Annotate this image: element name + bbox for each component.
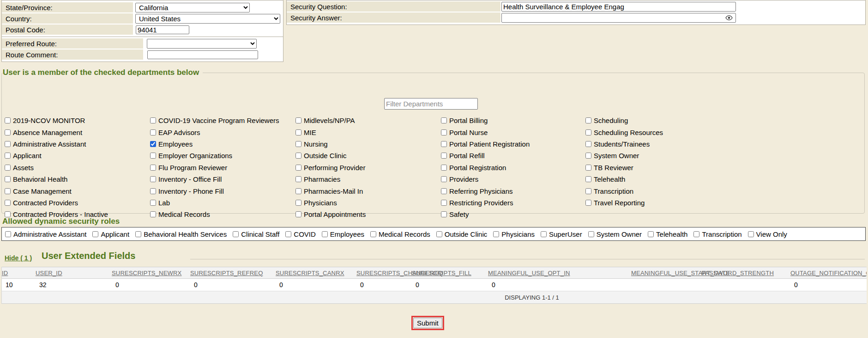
security-role-item[interactable]: COVID [285,230,316,238]
column-header[interactable]: OUTAGE_NOTIFICATION_OPTIN [790,267,867,279]
department-item[interactable]: Lab [150,197,294,209]
department-item[interactable]: Safety [441,209,585,220]
department-item[interactable]: Providers [441,173,585,185]
security-role-checkbox[interactable] [5,231,11,237]
department-checkbox[interactable] [5,200,11,206]
security-role-item[interactable]: System Owner [588,230,642,238]
route-comment-input[interactable] [147,50,258,59]
department-checkbox[interactable] [585,200,591,206]
department-checkbox[interactable] [150,141,156,147]
security-role-item[interactable]: Applicant [92,230,129,238]
security-role-checkbox[interactable] [748,231,754,237]
department-item[interactable]: Physicians [295,197,440,209]
security-role-item[interactable]: Outside Clinic [436,230,488,238]
department-checkbox[interactable] [150,153,156,159]
preferred-route-select[interactable] [147,39,257,49]
column-header[interactable]: MEANINGFUL_USE_OPT_IN [488,267,631,279]
department-item[interactable]: Absence Management [5,126,149,138]
department-checkbox[interactable] [150,165,156,171]
department-item[interactable]: Portal Billing [441,115,585,126]
department-item[interactable]: Employees [150,138,294,150]
department-checkbox[interactable] [441,165,447,171]
department-item[interactable]: Case Management [5,185,149,197]
security-role-checkbox[interactable] [693,231,699,237]
department-item[interactable]: Contracted Providers [5,197,149,209]
security-role-checkbox[interactable] [541,231,547,237]
department-item[interactable]: Telehealth [585,173,729,185]
column-header[interactable]: USER_ID [36,267,112,279]
security-role-item[interactable]: Physicians [493,230,535,238]
security-role-item[interactable]: SuperUser [541,230,582,238]
security-role-item[interactable]: Behavioral Health Services [135,230,227,238]
department-item[interactable]: TB Reviewer [585,162,729,173]
department-checkbox[interactable] [150,188,156,194]
column-header[interactable]: MEANINGFUL_USE_START_DATE [631,267,701,279]
column-header[interactable]: SURESCRIPTS_CHANGEREQ [356,267,412,279]
security-role-checkbox[interactable] [233,231,239,237]
department-item[interactable]: Portal Refill [441,150,585,161]
department-checkbox[interactable] [295,141,301,147]
department-checkbox[interactable] [585,165,591,171]
department-checkbox[interactable] [150,129,156,135]
department-item[interactable]: Transcription [585,185,729,197]
security-role-item[interactable]: Administrative Assistant [5,230,86,238]
department-checkbox[interactable] [585,188,591,194]
security-role-checkbox[interactable] [648,231,654,237]
security-role-checkbox[interactable] [493,231,499,237]
column-header[interactable]: SURESCRIPTS_NEWRX [112,267,190,279]
security-answer-input[interactable] [501,13,736,23]
department-checkbox[interactable] [295,176,301,182]
department-checkbox[interactable] [150,117,156,123]
department-item[interactable]: Portal Nurse [441,126,585,138]
department-checkbox[interactable] [585,176,591,182]
department-checkbox[interactable] [150,211,156,217]
department-checkbox[interactable] [295,188,301,194]
department-item[interactable]: Nursing [295,138,440,150]
department-checkbox[interactable] [295,165,301,171]
department-item[interactable]: Referring Physicians [441,185,585,197]
department-checkbox[interactable] [295,211,301,217]
department-checkbox[interactable] [585,141,591,147]
state-province-select[interactable]: California [135,3,250,12]
department-checkbox[interactable] [441,200,447,206]
security-role-item[interactable]: Medical Records [370,230,430,238]
security-role-checkbox[interactable] [92,231,98,237]
security-role-checkbox[interactable] [370,231,376,237]
department-item[interactable]: Outside Clinic [295,150,440,161]
department-item[interactable]: Pharmacies-Mail In [295,185,440,197]
department-item[interactable]: Behavioral Health [5,173,149,185]
column-header[interactable]: ID [2,267,36,279]
department-item[interactable]: Pharmacies [295,173,440,185]
department-item[interactable]: Students/Trainees [585,138,729,150]
security-role-item[interactable]: Employees [322,230,364,238]
department-checkbox[interactable] [5,176,11,182]
column-header[interactable]: SURESCRIPTS_FILL [412,267,488,279]
department-item[interactable]: 2019-NCOV MONITOR [5,115,149,126]
security-role-checkbox[interactable] [436,231,442,237]
security-question-input[interactable] [501,2,736,12]
department-item[interactable]: COVID-19 Vaccine Program Reviewers [150,115,294,126]
department-item[interactable]: Performing Provider [295,162,440,173]
filter-departments-input[interactable] [384,98,478,110]
department-checkbox[interactable] [150,200,156,206]
column-header[interactable]: SURESCRIPTS_CANRX [276,267,356,279]
hide-link[interactable]: Hide ( 1 ) [5,254,32,262]
department-checkbox[interactable] [585,153,591,159]
department-checkbox[interactable] [441,117,447,123]
department-item[interactable]: MIE [295,126,440,138]
department-checkbox[interactable] [585,117,591,123]
security-role-item[interactable]: View Only [748,230,787,238]
department-checkbox[interactable] [295,129,301,135]
department-checkbox[interactable] [5,141,11,147]
department-checkbox[interactable] [150,176,156,182]
department-item[interactable]: Restricting Providers [441,197,585,209]
column-header[interactable]: SURESCRIPTS_REFREQ [190,267,276,279]
department-checkbox[interactable] [295,117,301,123]
department-item[interactable]: Midlevels/NP/PA [295,115,440,126]
department-checkbox[interactable] [441,176,447,182]
department-checkbox[interactable] [5,188,11,194]
security-role-item[interactable]: Transcription [693,230,741,238]
postal-code-input[interactable] [136,25,189,34]
department-item[interactable]: Inventory - Office Fill [150,173,294,185]
department-checkbox[interactable] [5,165,11,171]
